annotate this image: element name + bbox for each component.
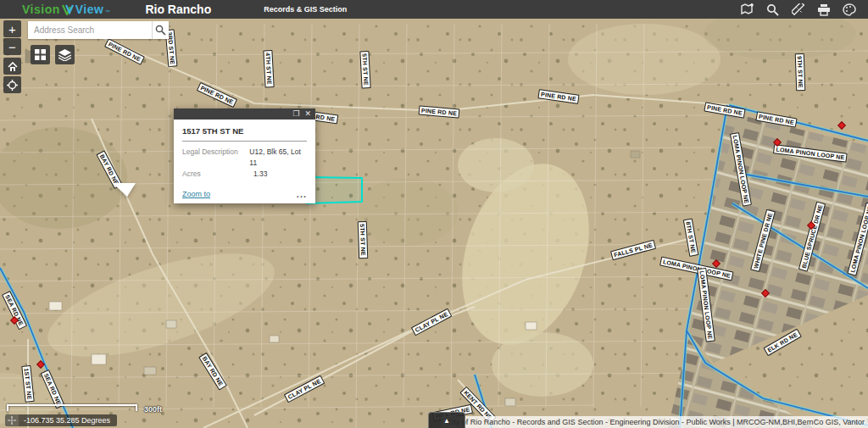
basemap-gallery-button[interactable] bbox=[31, 45, 50, 64]
zoom-in-button[interactable]: + bbox=[3, 20, 21, 37]
attribute-label: Legal Description bbox=[182, 147, 249, 169]
street-label: 5TH ST NE bbox=[359, 51, 370, 88]
print-icon[interactable] bbox=[816, 3, 831, 17]
toolbar bbox=[740, 0, 856, 19]
dock-icon[interactable]: ❐ bbox=[292, 110, 299, 118]
home-button[interactable] bbox=[3, 58, 21, 75]
coordinates-readout: -106.735 35.285 Degrees bbox=[24, 416, 110, 425]
parcel-attributes: Legal Description U12, Blk 65, Lot 11 Ac… bbox=[182, 147, 307, 180]
basemap-palette-icon[interactable] bbox=[842, 3, 856, 17]
coordinate-widget: -106.735 35.285 Degrees bbox=[5, 414, 117, 426]
logo-v-icon bbox=[62, 3, 74, 19]
parcel-info-popup: ❐ ✕ 1517 5TH ST NE Legal Description U12… bbox=[174, 108, 315, 203]
popup-header: ❐ ✕ bbox=[174, 108, 315, 120]
logo-trademark: ™ bbox=[104, 9, 109, 14]
parcel-address-title: 1517 5TH ST NE bbox=[182, 126, 307, 142]
top-bar: Vision View ™ Rio Rancho Records & GIS S… bbox=[0, 0, 868, 19]
measure-icon[interactable] bbox=[791, 3, 805, 17]
street-label: 4TH ST NE bbox=[263, 50, 274, 87]
map-attribution: City of Rio Rancho - Records and GIS Sec… bbox=[442, 416, 868, 428]
gis-application: PINE RD NE3RD ST NEPINE RD NE4TH ST NE5T… bbox=[0, 0, 868, 428]
search-submit-button[interactable] bbox=[152, 21, 169, 39]
attribute-label: Acres bbox=[182, 169, 253, 180]
attribute-row: Legal Description U12, Blk 65, Lot 11 bbox=[182, 147, 307, 169]
aerial-map[interactable] bbox=[0, 0, 868, 428]
attribute-value: U12, Blk 65, Lot 11 bbox=[249, 147, 307, 169]
attribute-value: 1.33 bbox=[253, 169, 268, 180]
scale-label: 300ft bbox=[144, 405, 162, 414]
search-icon[interactable] bbox=[765, 3, 780, 17]
locate-me-button[interactable] bbox=[3, 76, 21, 93]
close-icon[interactable]: ✕ bbox=[304, 110, 311, 118]
layers-button[interactable] bbox=[55, 45, 75, 64]
popup-pointer bbox=[113, 183, 136, 197]
attribute-row: Acres 1.33 bbox=[182, 169, 307, 180]
logo-text-vision: Vision bbox=[22, 3, 60, 16]
page-subtitle: Records & GIS Section bbox=[264, 5, 347, 14]
popup-body: 1517 5TH ST NE Legal Description U12, Bl… bbox=[174, 120, 315, 203]
street-label: 5TH ST NE bbox=[358, 221, 369, 258]
address-search bbox=[28, 21, 169, 39]
zoom-to-link[interactable]: Zoom to bbox=[182, 190, 210, 198]
popup-footer: Zoom to ... bbox=[182, 190, 307, 198]
chevron-up-icon: ▲ bbox=[443, 417, 450, 425]
more-options-button[interactable]: ... bbox=[297, 192, 307, 197]
add-map-icon[interactable] bbox=[740, 3, 754, 17]
zoom-controls: + − bbox=[3, 20, 21, 56]
street-label: 9TH ST NE bbox=[795, 53, 806, 91]
logo-text-view: View bbox=[75, 3, 104, 16]
crosshair-icon[interactable] bbox=[5, 414, 19, 426]
scale-bar bbox=[7, 404, 137, 411]
attribute-table-expander[interactable]: ▲ bbox=[428, 412, 465, 428]
zoom-out-button[interactable]: − bbox=[3, 38, 21, 55]
page-title: Rio Rancho bbox=[145, 3, 211, 16]
search-input[interactable] bbox=[28, 21, 152, 39]
vision-view-logo: Vision View ™ bbox=[22, 2, 109, 17]
